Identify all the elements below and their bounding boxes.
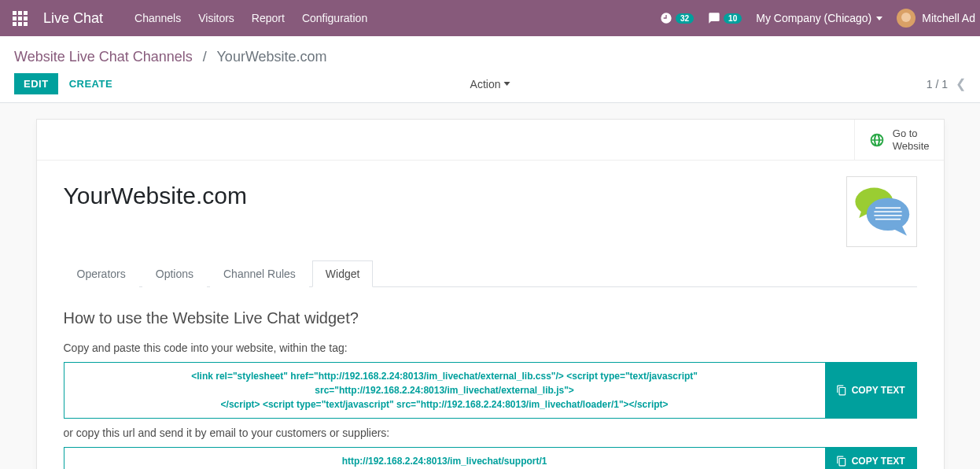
support-url-box: http://192.168.2.24:8013/im_livechat/sup…: [64, 447, 917, 469]
user-menu[interactable]: Mitchell Ad: [897, 9, 975, 28]
discuss-count: 10: [724, 13, 742, 24]
form-sheet: Go to Website YourWebsite.com: [36, 119, 945, 469]
caret-down-icon: [503, 82, 510, 86]
breadcrumb-current: YourWebsite.com: [217, 49, 327, 65]
nav-channels[interactable]: Channels: [134, 12, 181, 24]
nav-visitors[interactable]: Visitors: [198, 12, 234, 24]
status-bar: Go to Website: [37, 120, 944, 161]
discuss-indicator[interactable]: 10: [708, 12, 742, 24]
tab-operators[interactable]: Operators: [64, 260, 139, 287]
company-switcher[interactable]: My Company (Chicago): [756, 12, 882, 24]
app-name[interactable]: Live Chat: [43, 10, 103, 27]
channel-image: [846, 176, 917, 247]
embed-code-text: <link rel="stylesheet" href="http://192.…: [64, 363, 825, 418]
page-title: YourWebsite.com: [64, 183, 917, 209]
company-name: My Company (Chicago): [756, 12, 871, 24]
activity-indicator[interactable]: 32: [660, 12, 694, 24]
widget-heading: How to use the Website Live Chat widget?: [64, 309, 917, 327]
control-panel: EDIT CREATE Action 1 / 1 ❮: [0, 65, 980, 103]
nav-configuration[interactable]: Configuration: [302, 12, 367, 24]
tab-channel-rules[interactable]: Channel Rules: [210, 260, 309, 287]
pager: 1 / 1 ❮: [927, 76, 966, 91]
copy-url-button[interactable]: COPY TEXT: [825, 448, 916, 469]
main-navbar: Live Chat Channels Visitors Report Confi…: [0, 0, 980, 36]
go-to-website-text: Go to Website: [893, 127, 930, 152]
chat-icon: [708, 12, 720, 24]
breadcrumb-bar: Website Live Chat Channels / YourWebsite…: [0, 36, 980, 65]
breadcrumb-parent[interactable]: Website Live Chat Channels: [14, 49, 193, 65]
copy-code-label: COPY TEXT: [852, 385, 905, 396]
user-name: Mitchell Ad: [922, 12, 975, 24]
widget-p1: Copy and paste this code into your websi…: [64, 342, 917, 354]
caret-down-icon: [876, 17, 882, 20]
tabs: Operators Options Channel Rules Widget: [64, 260, 917, 287]
globe-icon: [869, 132, 885, 148]
go-to-website-line2: Website: [893, 140, 930, 153]
action-label: Action: [470, 78, 501, 90]
edit-button[interactable]: EDIT: [14, 73, 58, 94]
nav-report[interactable]: Report: [252, 12, 285, 24]
pager-prev-icon[interactable]: ❮: [956, 76, 966, 91]
svg-point-1: [866, 198, 908, 231]
copy-url-label: COPY TEXT: [852, 456, 905, 467]
breadcrumb: Website Live Chat Channels / YourWebsite…: [14, 49, 966, 65]
create-button[interactable]: CREATE: [69, 78, 112, 90]
pager-text: 1 / 1: [927, 78, 948, 90]
sheet-body: YourWebsite.com Operators Options Channe: [37, 161, 944, 469]
user-avatar-icon: [897, 9, 916, 28]
copy-icon: [836, 456, 847, 467]
tab-widget[interactable]: Widget: [312, 260, 374, 287]
form-wrap: Go to Website YourWebsite.com: [0, 103, 980, 469]
embed-code-line2: </script> <script type="text/javascript"…: [74, 397, 816, 412]
copy-icon: [836, 385, 847, 396]
clock-icon: [660, 12, 672, 24]
nav-menu: Channels Visitors Report Configuration: [134, 12, 367, 24]
chat-bubbles-icon: [850, 180, 913, 243]
widget-p2: or copy this url and send it by email to…: [64, 427, 917, 439]
go-to-website-button[interactable]: Go to Website: [854, 120, 944, 160]
action-dropdown[interactable]: Action: [470, 78, 510, 90]
navbar-right: 32 10 My Company (Chicago) Mitchell Ad: [660, 9, 980, 28]
apps-icon[interactable]: [13, 11, 28, 26]
support-url-text: http://192.168.2.24:8013/im_livechat/sup…: [64, 448, 825, 469]
copy-code-button[interactable]: COPY TEXT: [825, 363, 916, 418]
tab-content-widget: How to use the Website Live Chat widget?…: [64, 287, 917, 469]
tab-options[interactable]: Options: [142, 260, 207, 287]
activity-count: 32: [676, 13, 694, 24]
embed-code-line1: <link rel="stylesheet" href="http://192.…: [74, 369, 816, 397]
breadcrumb-separator: /: [197, 49, 213, 65]
go-to-website-line1: Go to: [893, 127, 930, 140]
embed-code-box: <link rel="stylesheet" href="http://192.…: [64, 362, 917, 419]
